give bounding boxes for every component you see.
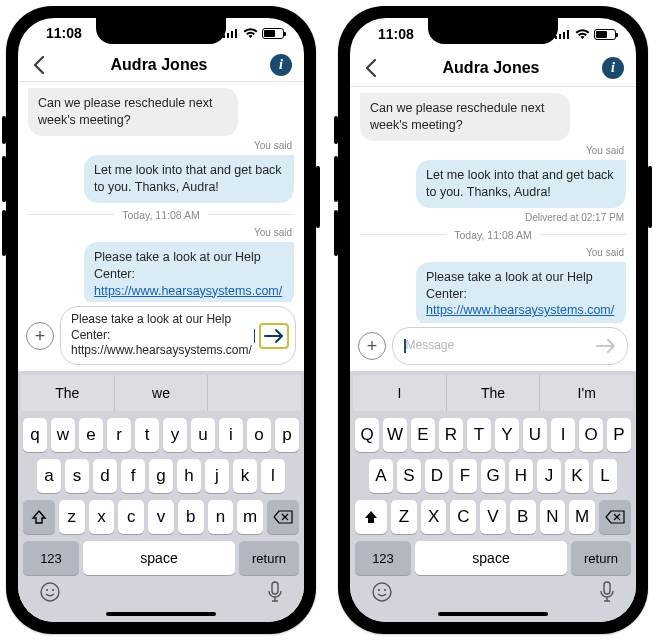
key[interactable]: C bbox=[450, 500, 476, 534]
emoji-button[interactable] bbox=[371, 581, 393, 607]
key[interactable]: v bbox=[148, 500, 174, 534]
key[interactable]: e bbox=[79, 418, 103, 452]
dictation-button[interactable] bbox=[267, 581, 283, 607]
back-button[interactable] bbox=[30, 56, 48, 74]
key[interactable]: z bbox=[59, 500, 85, 534]
backspace-key[interactable] bbox=[599, 500, 631, 534]
key[interactable]: b bbox=[178, 500, 204, 534]
key[interactable]: k bbox=[233, 459, 257, 493]
suggestion[interactable]: I'm bbox=[540, 375, 633, 411]
suggestion[interactable]: The bbox=[447, 375, 541, 411]
key[interactable]: x bbox=[89, 500, 115, 534]
key[interactable]: N bbox=[540, 500, 566, 534]
send-button[interactable] bbox=[259, 323, 289, 349]
keyboard: I The I'm Q W E R T Y U I O P A S D F bbox=[350, 371, 636, 622]
key[interactable]: D bbox=[425, 459, 449, 493]
emoji-button[interactable] bbox=[39, 581, 61, 607]
suggestion[interactable]: The bbox=[21, 375, 115, 411]
key[interactable]: Z bbox=[391, 500, 417, 534]
key[interactable]: a bbox=[37, 459, 61, 493]
return-key[interactable]: return bbox=[571, 541, 631, 575]
key[interactable]: Y bbox=[495, 418, 519, 452]
key[interactable]: A bbox=[369, 459, 393, 493]
key[interactable]: j bbox=[205, 459, 229, 493]
key[interactable]: G bbox=[481, 459, 505, 493]
key[interactable]: c bbox=[118, 500, 144, 534]
message-link[interactable]: https://www.hearsaysystems.com/ bbox=[94, 284, 282, 298]
key[interactable]: i bbox=[219, 418, 243, 452]
back-button[interactable] bbox=[362, 59, 380, 77]
screen-right: 11:08 Audra Jones i Can we please resche… bbox=[350, 18, 636, 622]
suggestion[interactable]: we bbox=[115, 375, 209, 411]
key[interactable]: d bbox=[93, 459, 117, 493]
key[interactable]: u bbox=[191, 418, 215, 452]
key[interactable]: U bbox=[523, 418, 547, 452]
numeric-key[interactable]: 123 bbox=[355, 541, 411, 575]
key[interactable]: p bbox=[275, 418, 299, 452]
key[interactable]: s bbox=[65, 459, 89, 493]
key[interactable]: t bbox=[135, 418, 159, 452]
key[interactable]: w bbox=[51, 418, 75, 452]
key[interactable]: m bbox=[237, 500, 263, 534]
key[interactable]: R bbox=[439, 418, 463, 452]
suggestion[interactable]: I bbox=[353, 375, 447, 411]
key[interactable]: g bbox=[149, 459, 173, 493]
key[interactable]: J bbox=[537, 459, 561, 493]
key[interactable]: T bbox=[467, 418, 491, 452]
message-text: Please take a look at our Help Center: bbox=[94, 250, 261, 281]
svg-point-12 bbox=[373, 583, 391, 601]
home-indicator[interactable] bbox=[438, 612, 548, 616]
dictation-button[interactable] bbox=[599, 581, 615, 607]
key[interactable]: n bbox=[208, 500, 234, 534]
key[interactable]: O bbox=[579, 418, 603, 452]
message-input[interactable]: Please take a look at our Help Center: h… bbox=[71, 312, 253, 359]
message-outgoing: Let me look into that and get back to yo… bbox=[84, 155, 294, 203]
space-key[interactable]: space bbox=[415, 541, 567, 575]
key[interactable]: W bbox=[383, 418, 407, 452]
attach-button[interactable]: + bbox=[26, 322, 54, 350]
chat-area[interactable]: Can we please reschedule next week's mee… bbox=[350, 87, 636, 323]
key[interactable]: y bbox=[163, 418, 187, 452]
return-key[interactable]: return bbox=[239, 541, 299, 575]
message-link[interactable]: https://www.hearsaysystems.com/ bbox=[426, 303, 614, 317]
key[interactable]: q bbox=[23, 418, 47, 452]
keyboard-row-3: Z X C V B N M bbox=[353, 500, 633, 534]
key[interactable]: M bbox=[569, 500, 595, 534]
chat-area[interactable]: Can we please reschedule next week's mee… bbox=[18, 82, 304, 302]
key[interactable]: H bbox=[509, 459, 533, 493]
message-input-wrap[interactable]: Message bbox=[392, 327, 628, 365]
svg-rect-11 bbox=[567, 30, 569, 39]
key[interactable]: S bbox=[397, 459, 421, 493]
key[interactable]: P bbox=[607, 418, 631, 452]
key[interactable]: Q bbox=[355, 418, 379, 452]
key[interactable]: E bbox=[411, 418, 435, 452]
key[interactable]: r bbox=[107, 418, 131, 452]
message-input[interactable]: Message bbox=[406, 338, 592, 354]
numeric-key[interactable]: 123 bbox=[23, 541, 79, 575]
suggestion[interactable] bbox=[208, 375, 301, 411]
key[interactable]: l bbox=[261, 459, 285, 493]
shift-key[interactable] bbox=[355, 500, 387, 534]
keyboard-suggestions: The we bbox=[21, 375, 301, 411]
send-button[interactable] bbox=[591, 333, 621, 359]
backspace-key[interactable] bbox=[267, 500, 299, 534]
key[interactable]: X bbox=[421, 500, 447, 534]
home-indicator[interactable] bbox=[106, 612, 216, 616]
key[interactable]: V bbox=[480, 500, 506, 534]
info-button[interactable]: i bbox=[270, 54, 292, 76]
space-key[interactable]: space bbox=[83, 541, 235, 575]
key[interactable]: f bbox=[121, 459, 145, 493]
key[interactable]: B bbox=[510, 500, 536, 534]
svg-rect-15 bbox=[604, 582, 610, 594]
key[interactable]: I bbox=[551, 418, 575, 452]
key[interactable]: h bbox=[177, 459, 201, 493]
key[interactable]: o bbox=[247, 418, 271, 452]
key[interactable]: K bbox=[565, 459, 589, 493]
info-button[interactable]: i bbox=[602, 57, 624, 79]
message-input-wrap[interactable]: Please take a look at our Help Center: h… bbox=[60, 306, 296, 365]
key[interactable]: F bbox=[453, 459, 477, 493]
volume-up-button bbox=[334, 156, 338, 202]
attach-button[interactable]: + bbox=[358, 332, 386, 360]
key[interactable]: L bbox=[593, 459, 617, 493]
shift-key[interactable] bbox=[23, 500, 55, 534]
